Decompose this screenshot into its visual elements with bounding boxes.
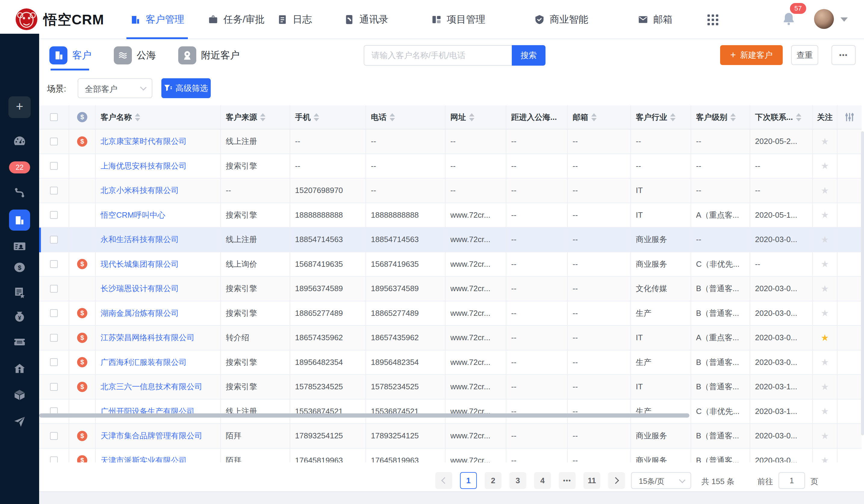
horizontal-scrollbar-thumb[interactable] <box>39 413 689 418</box>
sort-icon[interactable] <box>796 113 801 121</box>
follow-star-icon[interactable]: ★ <box>821 333 829 342</box>
customer-name-link[interactable]: 北京三六一信息技术有限公司 <box>100 382 202 392</box>
dashboard-gauge-icon[interactable] <box>0 134 39 147</box>
nav-item-5[interactable]: 项目管理 <box>431 0 485 39</box>
follow-star-icon[interactable]: ★ <box>821 431 829 441</box>
column-header-industry[interactable]: 客户行业 <box>631 105 691 130</box>
follow-star-icon[interactable]: ★ <box>821 137 829 146</box>
column-header-phone[interactable]: 电话 <box>366 105 446 130</box>
home-icon[interactable] <box>0 362 39 375</box>
table-row[interactable]: $天津市集合品牌管理有限公司陌拜1789325412517893254125ww… <box>39 424 862 448</box>
tab-3[interactable]: 附近客户 <box>178 46 240 64</box>
sidebar-item-customers[interactable] <box>9 209 30 231</box>
sort-icon[interactable] <box>389 113 395 121</box>
customer-name-link[interactable]: 长沙瑞恩设计有限公司 <box>100 283 179 294</box>
follow-star-icon[interactable]: ★ <box>821 358 829 367</box>
apps-grid-icon[interactable] <box>707 14 718 25</box>
tab-2[interactable]: 公海 <box>114 46 156 64</box>
column-header-sea[interactable]: 距进入公海... <box>506 105 568 130</box>
column-header-level[interactable]: 客户级别 <box>691 105 750 130</box>
follow-star-icon[interactable]: ★ <box>821 211 829 219</box>
row-checkbox[interactable] <box>50 358 58 366</box>
row-checkbox[interactable] <box>50 334 58 342</box>
column-header-name[interactable]: 客户名称 <box>96 105 221 130</box>
select-all-checkbox[interactable] <box>50 113 58 121</box>
customer-name-link[interactable]: 北京小米科技有限公司 <box>100 185 179 196</box>
sort-icon[interactable] <box>314 113 319 121</box>
table-row[interactable]: $现代长城集团有限公司线上询价1568741963515687419635www… <box>39 252 862 277</box>
advanced-filter-button[interactable]: 高级筛选 <box>161 78 211 98</box>
deals-coin-icon[interactable]: $ <box>0 261 39 274</box>
customer-name-link[interactable]: 天津市派斯实业有限公司 <box>100 455 187 463</box>
money-filter-icon[interactable]: $ <box>77 112 87 122</box>
page-button-2[interactable]: 2 <box>485 472 502 489</box>
sort-icon[interactable] <box>469 113 475 121</box>
table-row[interactable]: $江苏荣昌网络科技有限公司转介绍1865743596218657435962ww… <box>39 326 862 350</box>
table-row[interactable]: 上海优思安科技有限公司搜索引擎----------------★ <box>39 154 862 179</box>
row-checkbox[interactable] <box>50 456 58 463</box>
table-row[interactable]: $湖南金属冶炼有限公司搜索引擎1886527748918865277489www… <box>39 301 862 326</box>
search-input[interactable] <box>364 45 512 65</box>
nav-item-3[interactable]: 日志 <box>277 0 312 39</box>
leads-route-icon[interactable] <box>0 186 39 199</box>
scene-select[interactable]: 全部客户 <box>78 78 152 98</box>
sort-icon[interactable] <box>135 113 140 121</box>
column-header-next[interactable]: 下次联系... <box>750 105 813 130</box>
more-actions-button[interactable]: ••• <box>831 45 855 65</box>
row-checkbox[interactable] <box>50 187 58 194</box>
search-button[interactable]: 搜索 <box>512 45 545 65</box>
follow-star-icon[interactable]: ★ <box>821 407 829 416</box>
customer-name-link[interactable]: 北京康宝莱时代有限公司 <box>100 136 187 147</box>
product-cube-icon[interactable] <box>0 388 39 401</box>
send-plane-icon[interactable] <box>0 415 39 428</box>
customer-name-link[interactable]: 天津市集合品牌管理有限公司 <box>100 431 202 441</box>
customer-name-link[interactable]: 现代长城集团有限公司 <box>100 259 179 269</box>
customer-name-link[interactable]: 悟空CRM呼叫中心 <box>100 210 165 220</box>
column-header-source[interactable]: 客户来源 <box>221 105 290 130</box>
follow-star-icon[interactable]: ★ <box>821 309 829 317</box>
column-header-website[interactable]: 网址 <box>446 105 506 130</box>
contract-doc-star-icon[interactable] <box>0 286 39 299</box>
column-header-mobile[interactable]: 手机 <box>290 105 366 130</box>
page-size-select[interactable]: 15条/页 <box>631 472 691 489</box>
nav-item-4[interactable]: 通讯录 <box>344 0 388 39</box>
table-row[interactable]: $北京三六一信息技术有限公司搜索引擎1578523452515785234525… <box>39 375 862 399</box>
vertical-scrollbar[interactable] <box>861 131 864 435</box>
nav-item-6[interactable]: 商业智能 <box>534 0 588 39</box>
customer-name-link[interactable]: 上海优思安科技有限公司 <box>100 161 187 171</box>
row-checkbox[interactable] <box>50 285 58 293</box>
page-button-1[interactable]: 1 <box>460 472 477 489</box>
money-bag-icon[interactable]: ¥ <box>0 310 39 323</box>
follow-star-icon[interactable]: ★ <box>821 161 829 170</box>
follow-star-icon[interactable]: ★ <box>821 284 829 293</box>
page-button-11[interactable]: 11 <box>584 472 600 489</box>
more-pages-button[interactable]: ••• <box>559 472 576 489</box>
next-page-button[interactable] <box>608 472 625 489</box>
table-row[interactable]: 悟空CRM呼叫中心搜索引擎1888888888818888888888www.7… <box>39 203 862 228</box>
follow-star-icon[interactable]: ★ <box>821 260 829 268</box>
customer-name-link[interactable]: 江苏荣昌网络科技有限公司 <box>100 332 194 343</box>
dedupe-button[interactable]: 查重 <box>791 45 818 65</box>
row-checkbox[interactable] <box>50 236 58 243</box>
follow-star-icon[interactable]: ★ <box>821 382 829 392</box>
column-header-email[interactable]: 邮箱 <box>568 105 631 130</box>
page-button-4[interactable]: 4 <box>534 472 551 489</box>
sort-icon[interactable] <box>591 113 597 121</box>
row-checkbox[interactable] <box>50 309 58 317</box>
column-settings-icon[interactable] <box>845 112 854 122</box>
row-checkbox[interactable] <box>50 383 58 391</box>
customer-name-link[interactable]: 永和生活科技有限公司 <box>100 234 179 245</box>
nav-item-2[interactable]: 任务/审批 <box>208 0 265 39</box>
sort-icon[interactable] <box>670 113 675 121</box>
row-checkbox[interactable] <box>50 432 58 440</box>
customer-name-link[interactable]: 广西海利汇服装有限公司 <box>100 357 187 368</box>
table-row[interactable]: $北京康宝莱时代有限公司线上注册--------------2020-05-2.… <box>39 130 862 154</box>
user-menu-caret-icon[interactable] <box>841 17 848 22</box>
page-button-3[interactable]: 3 <box>509 472 526 489</box>
tab-1[interactable]: 客户 <box>49 46 92 64</box>
sort-icon[interactable] <box>260 113 265 121</box>
sort-icon[interactable] <box>730 113 736 121</box>
follow-star-icon[interactable]: ★ <box>821 235 829 244</box>
table-row[interactable]: 永和生活科技有限公司线上注册1885471456318854714563www.… <box>39 228 862 252</box>
goto-page-input[interactable] <box>779 472 805 489</box>
